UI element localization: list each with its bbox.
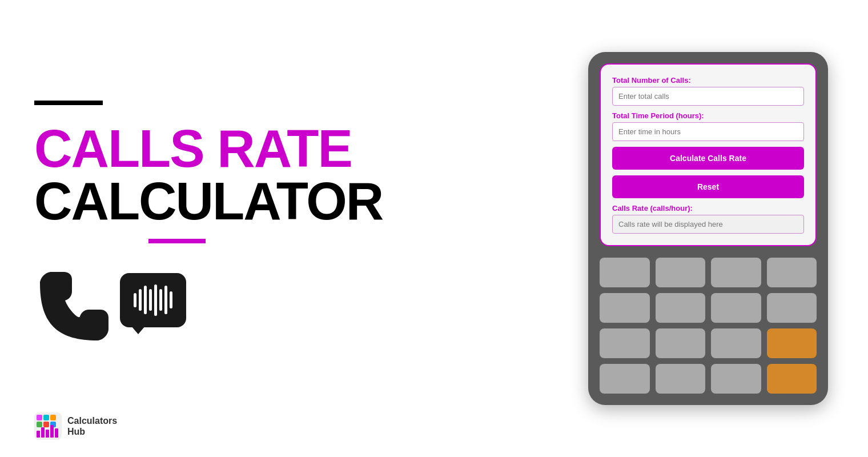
key-8[interactable] bbox=[767, 293, 817, 323]
svg-rect-9 bbox=[46, 430, 49, 438]
mid-decorative-bar bbox=[148, 239, 206, 243]
key-9[interactable] bbox=[600, 328, 650, 358]
total-calls-label: Total Number of Calls: bbox=[612, 76, 804, 85]
bar2 bbox=[139, 289, 142, 311]
calculator-screen: Total Number of Calls: Total Time Period… bbox=[600, 63, 817, 246]
svg-rect-1 bbox=[37, 415, 42, 420]
svg-rect-5 bbox=[43, 422, 49, 427]
logo-icon bbox=[34, 412, 62, 440]
key-13[interactable] bbox=[656, 364, 706, 394]
svg-rect-3 bbox=[50, 415, 56, 420]
title-line2: CALCULATOR bbox=[34, 175, 537, 227]
key-2[interactable] bbox=[656, 258, 706, 287]
svg-rect-7 bbox=[37, 431, 40, 438]
total-time-label: Total Time Period (hours): bbox=[612, 111, 804, 120]
bar3 bbox=[144, 286, 147, 314]
phone-icon bbox=[34, 266, 108, 356]
calculator: Total Number of Calls: Total Time Period… bbox=[588, 52, 828, 405]
key-10[interactable] bbox=[656, 328, 706, 358]
key-6[interactable] bbox=[656, 293, 706, 323]
svg-rect-10 bbox=[50, 425, 54, 438]
svg-rect-4 bbox=[37, 422, 42, 427]
logo-text-calculators: Calculators bbox=[67, 415, 117, 426]
reset-button[interactable]: Reset bbox=[612, 175, 804, 198]
bar5 bbox=[154, 284, 157, 316]
logo-area: Calculators Hub bbox=[34, 412, 117, 440]
key-orange-2[interactable] bbox=[767, 364, 817, 394]
right-section: Total Number of Calls: Total Time Period… bbox=[571, 0, 868, 457]
total-time-input[interactable] bbox=[612, 122, 804, 141]
key-4[interactable] bbox=[767, 258, 817, 287]
svg-rect-8 bbox=[41, 427, 45, 438]
title-line1: CALLS RATE bbox=[34, 122, 537, 175]
key-3[interactable] bbox=[711, 258, 761, 287]
voice-bubble bbox=[120, 273, 186, 327]
key-11[interactable] bbox=[711, 328, 761, 358]
icons-area bbox=[34, 266, 537, 356]
svg-rect-2 bbox=[43, 415, 49, 420]
total-calls-input[interactable] bbox=[612, 87, 804, 106]
bar7 bbox=[164, 286, 167, 314]
logo-text: Calculators Hub bbox=[67, 415, 117, 437]
keypad bbox=[600, 258, 817, 394]
key-5[interactable] bbox=[600, 293, 650, 323]
left-section: CALLS RATE CALCULATOR bbox=[0, 0, 571, 457]
key-7[interactable] bbox=[711, 293, 761, 323]
key-12[interactable] bbox=[600, 364, 650, 394]
calls-rate-result bbox=[612, 215, 804, 234]
logo-text-hub: Hub bbox=[67, 426, 117, 437]
bar1 bbox=[134, 293, 136, 307]
top-decorative-bar bbox=[34, 101, 103, 105]
bar8 bbox=[170, 291, 172, 308]
key-14[interactable] bbox=[711, 364, 761, 394]
svg-rect-11 bbox=[55, 428, 58, 438]
key-1[interactable] bbox=[600, 258, 650, 287]
calls-rate-label: Calls Rate (calls/hour): bbox=[612, 204, 804, 213]
bar4 bbox=[149, 289, 152, 311]
key-orange-1[interactable] bbox=[767, 328, 817, 358]
bar6 bbox=[159, 289, 162, 311]
calculate-button[interactable]: Calculate Calls Rate bbox=[612, 147, 804, 170]
